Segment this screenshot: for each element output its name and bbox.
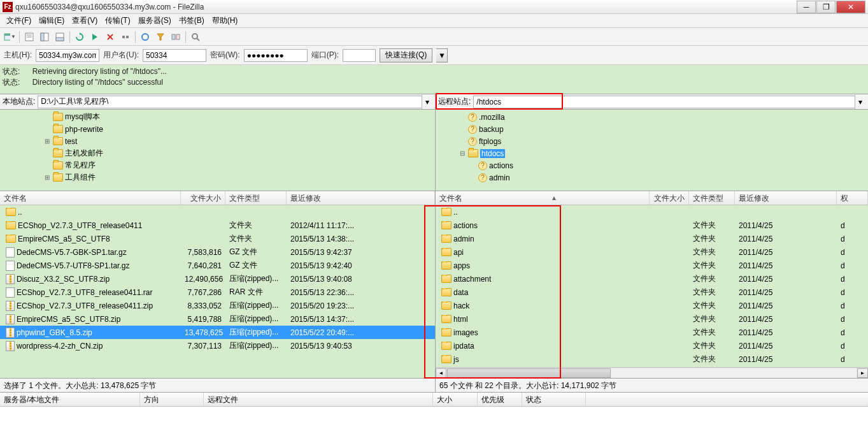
menu-item[interactable]: 文件(F) xyxy=(3,14,35,27)
svg-rect-8 xyxy=(56,38,64,41)
list-row[interactable]: phpwind_GBK_8.5.zip13,478,625压缩(zipped).… xyxy=(0,326,435,339)
quickconnect-button[interactable]: 快速连接(Q) xyxy=(380,48,432,62)
cancel-button[interactable] xyxy=(103,30,117,44)
dropdown-icon[interactable]: ▾ xyxy=(855,98,865,106)
toggle-log-button[interactable] xyxy=(22,30,36,44)
list-row[interactable]: ECShop_V2.7.3_UTF8_release0411文件夹2012/4/… xyxy=(0,219,435,232)
queue-col[interactable]: 远程文件 xyxy=(204,393,433,406)
local-tree[interactable]: mysql脚本php-rewrite⊞test主机发邮件常见程序⊞工具组件 xyxy=(0,110,436,191)
file-name: ECShop_V2.7.3_UTF8_release0411 xyxy=(18,221,142,230)
tree-row[interactable]: 常见程序 xyxy=(0,159,435,171)
collapse-icon[interactable]: ⊟ xyxy=(459,150,466,157)
tree-label: test xyxy=(65,137,77,146)
menubar: 文件(F)编辑(E)查看(V)传输(T)服务器(S)书签(B)帮助(H) xyxy=(0,14,868,28)
file-type: 文件夹 xyxy=(689,300,735,311)
menu-item[interactable]: 传输(T) xyxy=(101,14,134,27)
list-row[interactable]: EmpireCMS_a5_SC_UTF8.zip5,419,788压缩(zipp… xyxy=(0,312,435,326)
list-row[interactable]: DedeCMS-V5.7-UTF8-SP1.tar.gz7,640,281GZ … xyxy=(0,259,435,272)
tree-row[interactable]: ?actions xyxy=(436,159,868,171)
list-row[interactable]: ECShop_V2.7.3_UTF8_release0411.rar7,767,… xyxy=(0,286,435,299)
separator xyxy=(135,31,136,43)
col-size[interactable]: 文件大小 xyxy=(181,191,225,205)
expand-icon[interactable]: ⊞ xyxy=(43,174,51,181)
sitemanager-button[interactable]: ▼ xyxy=(3,30,17,44)
local-list-body[interactable]: ..ECShop_V2.7.3_UTF8_release0411文件夹2012/… xyxy=(0,205,435,378)
toggle-tree-button[interactable] xyxy=(38,30,52,44)
list-row[interactable]: .. xyxy=(0,205,435,219)
col-type[interactable]: 文件类型 xyxy=(689,191,735,205)
tree-row[interactable]: mysql脚本 xyxy=(0,111,435,123)
tree-row[interactable]: ?admin xyxy=(436,171,868,184)
col-size[interactable]: 文件大小 xyxy=(650,191,689,205)
tree-row[interactable]: ⊞工具组件 xyxy=(0,171,435,184)
col-name[interactable]: 文件名▴ xyxy=(436,191,650,205)
menu-item[interactable]: 书签(B) xyxy=(175,14,208,27)
tree-row[interactable]: ⊞test xyxy=(0,135,435,147)
file-type: 文件夹 xyxy=(689,287,735,298)
log-pane[interactable]: 状态: Retrieving directory listing of "/ht… xyxy=(0,65,868,94)
remote-tree[interactable]: ?.mozilla?backup?ftplogs⊟htdocs?actions?… xyxy=(436,110,868,191)
sort-icon: ▴ xyxy=(552,193,556,202)
expand-icon[interactable]: ⊞ xyxy=(43,138,51,145)
queue-col[interactable]: 服务器/本地文件 xyxy=(0,393,140,406)
menu-item[interactable]: 编辑(E) xyxy=(35,14,68,27)
tree-row[interactable]: ?ftplogs xyxy=(436,135,868,147)
menu-item[interactable]: 服务器(S) xyxy=(134,14,175,27)
toggle-queue-button[interactable] xyxy=(53,30,67,44)
list-row[interactable]: EmpireCMS_a5_SC_UTF8文件夹2015/5/13 14:38:.… xyxy=(0,232,435,245)
port-input[interactable] xyxy=(343,49,376,62)
col-mtime[interactable]: 最近修改 xyxy=(735,191,837,205)
queue-col[interactable]: 状态 xyxy=(522,393,586,406)
password-input[interactable] xyxy=(244,49,308,62)
tree-label: 工具组件 xyxy=(65,172,96,183)
menu-item[interactable]: 帮助(H) xyxy=(208,14,242,27)
compare-button[interactable] xyxy=(169,30,183,44)
file-type: 压缩(zipped)... xyxy=(225,340,287,351)
tree-row[interactable]: php-rewrite xyxy=(0,123,435,135)
col-name[interactable]: 文件名 xyxy=(0,191,181,205)
scroll-right-button[interactable]: ► xyxy=(857,368,868,378)
file-type: 文件夹 xyxy=(225,220,287,231)
queue-col[interactable]: 方向 xyxy=(140,393,204,406)
file-name: ECShop_V2.7.3_UTF8_release0411.zip xyxy=(17,301,153,310)
filter-button[interactable] xyxy=(153,30,167,44)
file-mtime: 2011/4/25 xyxy=(735,288,837,297)
col-type[interactable]: 文件类型 xyxy=(225,191,287,205)
disconnect-button[interactable] xyxy=(118,30,132,44)
file-type: 压缩(zipped)... xyxy=(225,327,287,338)
dropdown-icon: ▼ xyxy=(11,34,16,40)
search-button[interactable] xyxy=(189,30,203,44)
list-status-bar: 选择了 1 个文件。大小总共: 13,478,625 字节 65 个文件 和 2… xyxy=(0,379,868,393)
file-icon xyxy=(6,287,15,298)
tree-row[interactable]: ⊟htdocs xyxy=(436,147,868,159)
dropdown-icon[interactable]: ▾ xyxy=(422,98,432,106)
tree-row[interactable]: ?.mozilla xyxy=(436,111,868,123)
maximize-button[interactable]: ❐ xyxy=(816,1,836,13)
tree-row[interactable]: 主机发邮件 xyxy=(0,147,435,159)
col-perm[interactable]: 权 xyxy=(837,191,868,205)
reconnect-button[interactable] xyxy=(138,30,152,44)
close-button[interactable]: ✕ xyxy=(836,1,865,13)
tree-label: ftplogs xyxy=(479,137,501,146)
quickconnect-dropdown[interactable]: ▼ xyxy=(436,48,448,62)
local-path-input[interactable] xyxy=(38,96,422,108)
list-row[interactable]: wordpress-4.2-zh_CN.zip7,307,113压缩(zippe… xyxy=(0,339,435,352)
list-row[interactable]: ECShop_V2.7.3_UTF8_release0411.zip8,333,… xyxy=(0,299,435,312)
menu-item[interactable]: 查看(V) xyxy=(68,14,101,27)
list-row[interactable]: DedeCMS-V5.7-GBK-SP1.tar.gz7,583,816GZ 文… xyxy=(0,245,435,259)
svg-rect-14 xyxy=(126,36,129,38)
col-mtime[interactable]: 最近修改 xyxy=(287,191,435,205)
process-queue-button[interactable] xyxy=(88,30,102,44)
file-type: GZ 文件 xyxy=(225,260,287,271)
queue-col[interactable]: 大小 xyxy=(433,393,478,406)
host-input[interactable] xyxy=(36,49,99,62)
username-input[interactable] xyxy=(143,49,206,62)
remote-list-header: 文件名▴ 文件大小 文件类型 最近修改 权 xyxy=(436,191,868,205)
queue-col[interactable]: 优先级 xyxy=(478,393,522,406)
refresh-button[interactable] xyxy=(73,30,87,44)
tree-row[interactable]: ?backup xyxy=(436,123,868,135)
file-mtime: 2011/4/25 xyxy=(735,221,837,230)
zip-file-icon xyxy=(6,328,15,338)
list-row[interactable]: Discuz_X3.2_SC_UTF8.zip12,490,656压缩(zipp… xyxy=(0,272,435,286)
minimize-button[interactable]: ─ xyxy=(797,1,816,13)
